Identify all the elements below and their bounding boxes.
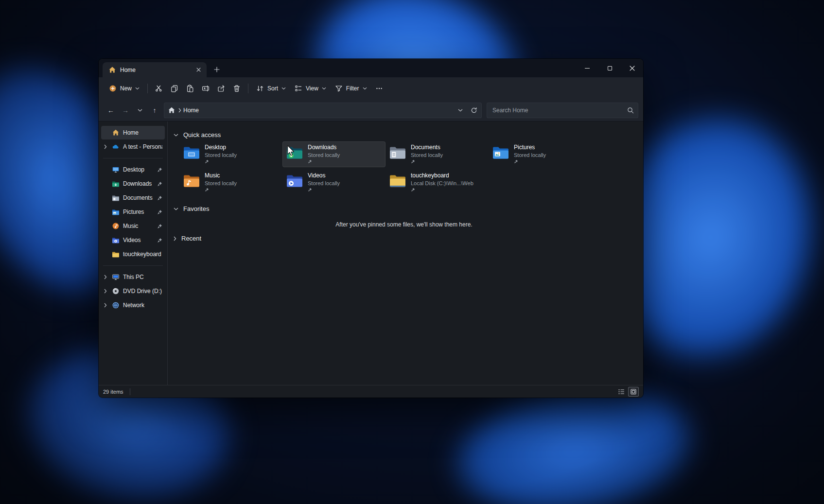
filter-button[interactable]: Filter: [331, 81, 371, 96]
recent-locations-button[interactable]: [133, 103, 147, 118]
refresh-icon: [471, 107, 477, 114]
maximize-icon: [608, 66, 612, 70]
music-icon: [112, 222, 120, 230]
tab-close-button[interactable]: [193, 65, 204, 75]
section-header-recent[interactable]: Recent: [172, 235, 636, 242]
window-controls: [576, 59, 643, 77]
more-options-button[interactable]: [371, 81, 387, 96]
copy-button[interactable]: [167, 81, 182, 96]
delete-button[interactable]: [229, 81, 245, 96]
sidebar-item-home[interactable]: Home: [101, 126, 165, 139]
pin-icon: [411, 159, 415, 164]
section-header-quick-access[interactable]: Quick access: [172, 131, 636, 139]
up-arrow-icon: ↑: [153, 106, 157, 114]
section-title: Recent: [181, 235, 201, 242]
sidebar-item-dvd-drive[interactable]: DVD Drive (D:) CCC: [101, 284, 165, 298]
quick-access-tile-desktop[interactable]: Desktop Stored locally: [179, 141, 282, 167]
breadcrumb-item-home[interactable]: Home: [183, 107, 199, 114]
pin-icon: [205, 188, 209, 192]
quick-access-tile-music[interactable]: Music Stored locally: [179, 170, 282, 195]
chevron-right-icon[interactable]: [103, 303, 108, 308]
chevron-down-icon: [363, 87, 367, 90]
paste-button[interactable]: [182, 81, 198, 96]
tab-title: Home: [120, 67, 189, 73]
tile-subtitle: Stored locally: [514, 152, 546, 158]
details-view-icon: [618, 388, 625, 395]
sort-button[interactable]: Sort: [252, 81, 290, 96]
new-tab-button[interactable]: [210, 63, 223, 76]
chevron-right-icon[interactable]: [103, 144, 108, 149]
sidebar-item-pictures[interactable]: Pictures: [101, 205, 165, 219]
search-icon: [627, 107, 634, 114]
section-title: Quick access: [183, 131, 221, 139]
quick-access-tile-documents[interactable]: Documents Stored locally: [386, 141, 489, 167]
quick-access-tile-touchkeyboard[interactable]: touchkeyboard Local Disk (C:)\Win...\Web: [386, 170, 489, 195]
section-title: Favorites: [183, 205, 209, 212]
sidebar-item-onedrive[interactable]: A test - Personal: [101, 140, 165, 154]
maximize-button[interactable]: [598, 59, 621, 77]
filter-funnel-icon: [335, 85, 343, 92]
minimize-button[interactable]: [576, 59, 598, 77]
sidebar-item-label: A test - Personal: [123, 143, 162, 150]
rename-button[interactable]: [198, 81, 213, 96]
titlebar[interactable]: Home: [99, 59, 643, 77]
quick-access-tile-pictures[interactable]: Pictures Stored locally: [489, 141, 592, 167]
close-icon: [630, 66, 635, 71]
details-view-button[interactable]: [616, 387, 627, 397]
close-button[interactable]: [621, 59, 643, 77]
quick-access-tile-videos[interactable]: Videos Stored locally: [282, 170, 386, 195]
chevron-right-icon[interactable]: [103, 289, 108, 294]
pictures-folder-icon: [112, 208, 120, 216]
sidebar-item-network[interactable]: Network: [101, 298, 165, 312]
sidebar-item-documents[interactable]: Documents: [101, 191, 165, 205]
chevron-down-icon: [174, 208, 178, 210]
sidebar-item-desktop[interactable]: Desktop: [101, 163, 165, 176]
pin-icon: [308, 188, 312, 192]
pin-icon: [157, 167, 162, 173]
forward-button[interactable]: →: [118, 103, 133, 118]
large-icons-view-button[interactable]: [628, 387, 639, 397]
section-header-favorites[interactable]: Favorites: [172, 205, 636, 212]
share-button[interactable]: [213, 81, 229, 96]
sidebar-item-music[interactable]: Music: [101, 219, 165, 233]
breadcrumb-home-button[interactable]: [165, 104, 178, 117]
sidebar-item-videos[interactable]: Videos: [101, 233, 165, 247]
tile-name: Documents: [411, 144, 443, 152]
up-button[interactable]: ↑: [147, 103, 162, 118]
copy-icon: [171, 85, 178, 92]
items-view: Quick access Desktop Stored locally: [168, 122, 643, 385]
chevron-down-icon: [458, 109, 463, 112]
new-button[interactable]: New: [105, 81, 144, 96]
home-icon: [168, 106, 175, 114]
new-button-label: New: [120, 85, 132, 92]
search-button[interactable]: [624, 104, 637, 117]
back-button[interactable]: ←: [104, 103, 118, 118]
sidebar-item-this-pc[interactable]: This PC: [101, 270, 165, 284]
address-breadcrumb-bar[interactable]: Home: [164, 103, 482, 118]
sidebar-item-downloads[interactable]: Downloads: [101, 177, 165, 191]
address-dropdown-button[interactable]: [454, 104, 467, 117]
videos-folder-icon: [112, 236, 120, 244]
tab-home[interactable]: Home: [103, 62, 207, 77]
dvd-disc-icon: [112, 287, 120, 295]
refresh-button[interactable]: [467, 104, 481, 117]
cut-button[interactable]: [151, 81, 167, 96]
home-icon: [112, 129, 120, 137]
pin-icon: [205, 159, 209, 164]
sidebar-item-touchkeyboard[interactable]: touchkeyboard: [101, 247, 165, 261]
search-box[interactable]: [487, 103, 638, 118]
desktop-folder-icon: [183, 145, 200, 159]
desktop-icon: [112, 166, 120, 174]
search-input[interactable]: [488, 107, 624, 114]
sidebar-item-label: Network: [123, 302, 162, 309]
tile-name: Music: [205, 172, 237, 180]
back-arrow-icon: ←: [107, 106, 114, 114]
pin-icon: [157, 224, 162, 229]
quick-access-grid: Desktop Stored locally: [179, 141, 636, 195]
chevron-right-icon[interactable]: [103, 275, 108, 279]
documents-folder-icon: [389, 145, 406, 159]
sidebar-item-label: Pictures: [123, 209, 154, 215]
quick-access-tile-downloads[interactable]: Downloads Stored locally: [282, 141, 386, 167]
cut-scissors-icon: [155, 85, 163, 92]
view-button[interactable]: View: [290, 81, 331, 96]
